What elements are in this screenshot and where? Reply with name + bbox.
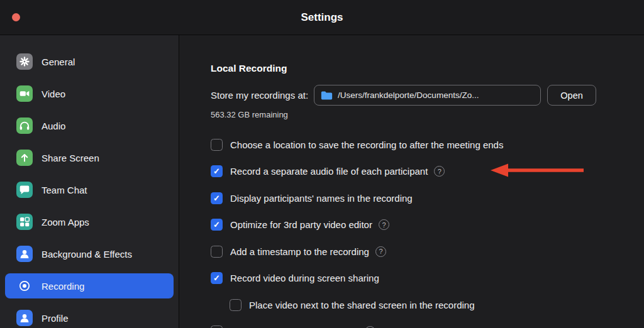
option-label: Record a separate audio file of each par… bbox=[230, 166, 428, 177]
sidebar-item-label: Zoom Apps bbox=[42, 217, 89, 227]
sidebar-item-recording[interactable]: Recording bbox=[5, 273, 174, 298]
sidebar-item-video[interactable]: Video bbox=[5, 81, 174, 106]
checkbox-unchecked[interactable] bbox=[211, 246, 223, 258]
sidebar-item-label: Recording bbox=[42, 281, 84, 292]
option-label: Add a timestamp to the recording bbox=[230, 246, 369, 257]
sidebar: General Video Audio Share Screen Team Ch bbox=[0, 35, 179, 328]
chat-bubble-icon bbox=[16, 182, 33, 198]
checkbox-checked[interactable]: ✓ bbox=[211, 165, 223, 177]
title-bar: Settings bbox=[0, 0, 644, 35]
storage-remaining-label: 563.32 GB remaining bbox=[211, 110, 288, 119]
sidebar-item-profile[interactable]: Profile bbox=[5, 305, 174, 328]
sidebar-item-label: Audio bbox=[42, 121, 65, 131]
checkbox-checked[interactable]: ✓ bbox=[211, 219, 223, 231]
sidebar-item-zoom-apps[interactable]: Zoom Apps bbox=[5, 209, 174, 234]
video-camera-icon bbox=[16, 85, 33, 102]
recording-path-text: /Users/frankdelporte/Documents/Zo... bbox=[338, 90, 479, 100]
store-location-label: Store my recordings at: bbox=[211, 90, 308, 101]
check-icon: ✓ bbox=[213, 274, 220, 282]
checkbox-unchecked[interactable] bbox=[211, 139, 223, 151]
sidebar-item-background-effects[interactable]: Background & Effects bbox=[5, 241, 174, 266]
option-label: Optimize for 3rd party video editor bbox=[230, 219, 372, 230]
open-button-label: Open bbox=[560, 90, 582, 101]
share-screen-icon bbox=[16, 150, 33, 166]
sidebar-item-share-screen[interactable]: Share Screen bbox=[5, 145, 174, 170]
option-label: Choose a location to save the recording … bbox=[230, 139, 503, 150]
recording-path-button[interactable]: /Users/frankdelporte/Documents/Zo... bbox=[314, 85, 541, 106]
person-silhouette-icon bbox=[16, 246, 33, 262]
checkbox-unchecked[interactable] bbox=[211, 325, 223, 328]
sidebar-item-audio[interactable]: Audio bbox=[5, 113, 174, 138]
recording-settings-panel: Local Recording Store my recordings at: … bbox=[180, 35, 644, 328]
section-title: Local Recording bbox=[211, 63, 287, 74]
profile-icon bbox=[16, 310, 33, 326]
sidebar-item-team-chat[interactable]: Team Chat bbox=[5, 177, 174, 202]
option-row: Add a timestamp to the recording ? bbox=[211, 244, 644, 258]
close-button[interactable] bbox=[12, 13, 20, 21]
settings-window: Settings General Video Audio Share bbox=[0, 0, 644, 328]
option-label: Place video next to the shared screen in… bbox=[249, 300, 475, 310]
option-label: Record video during screen sharing bbox=[230, 273, 379, 283]
help-icon[interactable]: ? bbox=[434, 166, 445, 177]
sidebar-item-general[interactable]: General bbox=[5, 49, 174, 74]
headphones-icon bbox=[16, 118, 33, 134]
checkbox-checked[interactable]: ✓ bbox=[211, 192, 223, 204]
gear-icon bbox=[16, 53, 33, 70]
window-title: Settings bbox=[301, 11, 343, 24]
sidebar-item-label: Team Chat bbox=[42, 185, 87, 195]
option-row: ✓ Record video during screen sharing bbox=[211, 271, 644, 285]
option-row: ✓ Display participants' names in the rec… bbox=[211, 191, 644, 205]
option-row: Place video next to the shared screen in… bbox=[230, 298, 644, 312]
option-row: ✓ Optimize for 3rd party video editor ? bbox=[211, 218, 644, 232]
record-icon bbox=[16, 278, 33, 294]
red-arrow-annotation bbox=[489, 161, 591, 180]
check-icon: ✓ bbox=[213, 221, 220, 229]
option-row: Keep temporary recording files ? bbox=[211, 325, 644, 328]
sidebar-item-label: Share Screen bbox=[42, 153, 99, 163]
sidebar-item-label: Background & Effects bbox=[42, 249, 132, 260]
checkbox-checked[interactable]: ✓ bbox=[211, 272, 223, 284]
folder-icon bbox=[321, 90, 333, 101]
option-label: Display participants' names in the recor… bbox=[230, 193, 413, 204]
checkbox-unchecked[interactable] bbox=[230, 299, 242, 311]
check-icon: ✓ bbox=[213, 194, 220, 202]
check-icon: ✓ bbox=[213, 167, 220, 175]
help-icon[interactable]: ? bbox=[379, 219, 389, 230]
help-icon[interactable]: ? bbox=[375, 246, 386, 257]
option-row: Choose a location to save the recording … bbox=[211, 138, 644, 151]
sidebar-item-label: Profile bbox=[42, 313, 69, 324]
store-location-row: Store my recordings at: /Users/frankdelp… bbox=[211, 85, 596, 106]
zoom-apps-icon bbox=[16, 214, 33, 230]
sidebar-item-label: Video bbox=[42, 89, 65, 99]
open-button[interactable]: Open bbox=[547, 85, 596, 106]
sidebar-item-label: General bbox=[42, 57, 75, 67]
